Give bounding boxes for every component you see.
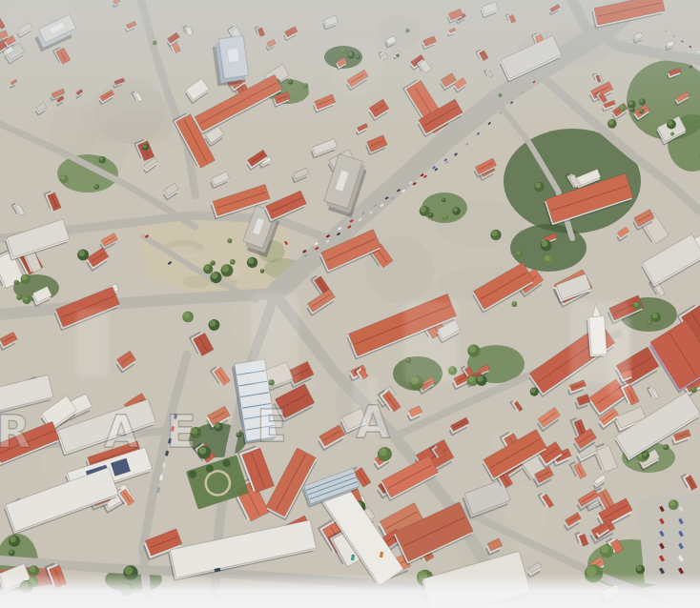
tree [378,447,392,461]
tree [490,230,501,240]
tree [9,536,20,547]
tree [237,432,242,437]
watermark-letter: E [166,406,196,457]
watermark-letter: A [104,406,138,457]
tree [534,182,545,193]
map-3d-viewport[interactable]: RAEEA [0,0,700,608]
tree [648,320,652,325]
tree [516,251,523,257]
tree [99,156,106,163]
tree [663,444,669,450]
tree [210,260,215,265]
tree [209,319,220,331]
tree [22,295,31,304]
tree [669,499,679,510]
tree [210,272,221,283]
tree [203,264,213,274]
tree [60,175,69,184]
tree [633,301,642,310]
tree [476,375,486,385]
watermark-letter: E [257,400,286,452]
tree [247,257,257,268]
tree [94,184,99,189]
tree [442,198,446,203]
aerial-scene: RAEEA [0,0,700,608]
tree [452,207,460,214]
tree [690,387,696,393]
tree [214,422,223,432]
tree [14,280,19,285]
tree [197,446,211,459]
tree [443,213,448,219]
tree [260,269,265,274]
tree [544,254,554,265]
tree [21,274,31,284]
tree [512,301,518,307]
tree [77,249,89,260]
tree [227,238,232,243]
bottom-fade-overlay [0,574,700,608]
tree [650,312,661,322]
tree [541,240,552,252]
tree [142,144,149,151]
tree [230,259,236,265]
distance-haze [0,0,700,133]
watermark-letter: A [356,396,390,448]
tree [636,565,646,575]
tree [467,345,480,357]
tree [182,312,194,323]
watermark-letter: R [0,406,31,457]
tree [600,544,613,557]
tree [428,213,434,218]
tree [16,294,22,300]
tree [220,264,233,276]
tree [9,550,15,557]
